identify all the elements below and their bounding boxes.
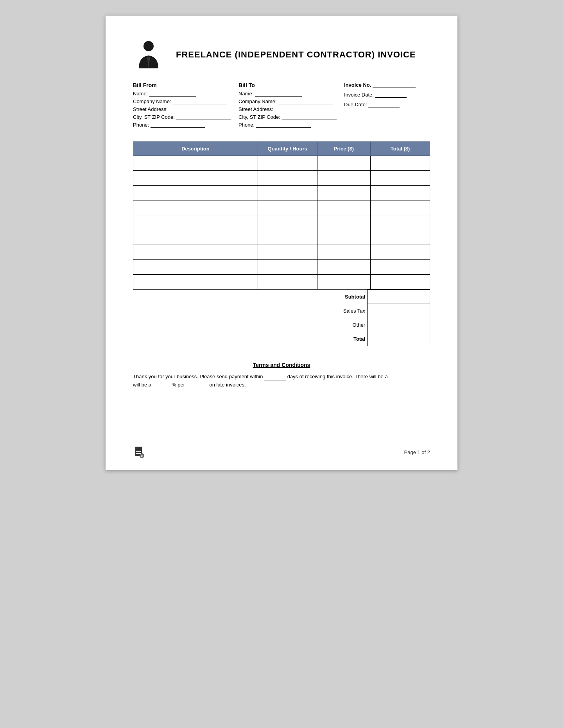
svg-point-0 bbox=[143, 41, 154, 51]
table-cell[interactable] bbox=[371, 186, 430, 200]
terms-per-field[interactable] bbox=[186, 384, 208, 389]
bill-to-city-field[interactable] bbox=[282, 114, 337, 120]
table-cell[interactable] bbox=[133, 186, 258, 200]
bill-from-company: Company Name: bbox=[133, 98, 238, 104]
bill-to-city-label: City, ST ZIP Code: bbox=[238, 114, 280, 120]
bill-from-company-field[interactable] bbox=[172, 99, 227, 104]
table-cell[interactable] bbox=[258, 215, 317, 230]
header-quantity: Quantity / Hours bbox=[258, 142, 317, 156]
totals-table: Subtotal Sales Tax Other Total bbox=[341, 290, 430, 346]
table-cell[interactable] bbox=[258, 245, 317, 260]
svg-text:e: e bbox=[141, 454, 143, 458]
bill-to-column: Bill To Name: Company Name: Street Addre… bbox=[238, 82, 344, 130]
table-cell[interactable] bbox=[133, 171, 258, 186]
table-cell[interactable] bbox=[258, 171, 317, 186]
other-value[interactable] bbox=[368, 318, 430, 332]
invoice-due-label: Due Date: bbox=[344, 102, 367, 107]
table-cell[interactable] bbox=[258, 260, 317, 275]
table-cell[interactable] bbox=[133, 230, 258, 245]
table-cell[interactable] bbox=[258, 230, 317, 245]
table-cell[interactable] bbox=[371, 215, 430, 230]
bill-from-address-field[interactable] bbox=[169, 107, 224, 112]
table-cell[interactable] bbox=[371, 156, 430, 171]
bill-to-phone: Phone: bbox=[238, 122, 344, 128]
bill-to-city: City, ST ZIP Code: bbox=[238, 114, 344, 120]
table-cell[interactable] bbox=[371, 230, 430, 245]
table-cell[interactable] bbox=[133, 200, 258, 215]
table-cell[interactable] bbox=[133, 275, 258, 290]
table-cell[interactable] bbox=[317, 230, 371, 245]
bill-from-company-label: Company Name: bbox=[133, 98, 171, 104]
table-cell[interactable] bbox=[317, 275, 371, 290]
terms-title: Terms and Conditions bbox=[133, 362, 430, 368]
bill-from-name-field[interactable] bbox=[149, 91, 196, 97]
other-label: Other bbox=[341, 318, 368, 332]
table-cell[interactable] bbox=[258, 275, 317, 290]
bill-from-city-field[interactable] bbox=[176, 114, 231, 120]
table-cell[interactable] bbox=[258, 200, 317, 215]
table-cell[interactable] bbox=[133, 245, 258, 260]
header-description: Description bbox=[133, 142, 258, 156]
table-cell[interactable] bbox=[258, 156, 317, 171]
footer: e Page 1 of 2 bbox=[133, 446, 430, 458]
bill-to-label: Bill To bbox=[238, 82, 344, 88]
bill-to-address: Street Address: bbox=[238, 106, 344, 112]
bill-from-address: Street Address: bbox=[133, 106, 238, 112]
svg-rect-3 bbox=[136, 453, 141, 454]
invoice-page: FREELANCE (INDEPENDENT CONTRACTOR) INVOI… bbox=[106, 16, 457, 470]
table-row bbox=[133, 186, 430, 200]
sales-tax-label: Sales Tax bbox=[341, 304, 368, 318]
invoice-date-field[interactable] bbox=[375, 92, 407, 98]
invoice-no-field[interactable] bbox=[373, 82, 416, 88]
bill-from-name-label: Name: bbox=[133, 91, 148, 97]
table-cell[interactable] bbox=[133, 156, 258, 171]
terms-text: Thank you for your business. Please send… bbox=[133, 373, 430, 389]
bill-to-company-field[interactable] bbox=[278, 99, 333, 104]
svg-rect-2 bbox=[136, 451, 141, 452]
other-row: Other bbox=[341, 318, 430, 332]
bill-from-column: Bill From Name: Company Name: Street Add… bbox=[133, 82, 238, 130]
invoice-due-field[interactable] bbox=[368, 102, 400, 107]
subtotal-value[interactable] bbox=[368, 290, 430, 304]
bill-from-city: City, ST ZIP Code: bbox=[133, 114, 238, 120]
total-row: Total bbox=[341, 332, 430, 346]
bill-to-phone-field[interactable] bbox=[256, 122, 311, 128]
terms-text-part3: % per bbox=[172, 382, 185, 388]
bill-from-address-label: Street Address: bbox=[133, 106, 168, 112]
table-cell[interactable] bbox=[317, 156, 371, 171]
table-cell[interactable] bbox=[371, 200, 430, 215]
bill-section: Bill From Name: Company Name: Street Add… bbox=[133, 82, 430, 130]
table-cell[interactable] bbox=[258, 186, 317, 200]
table-cell[interactable] bbox=[371, 260, 430, 275]
table-cell[interactable] bbox=[317, 245, 371, 260]
table-cell[interactable] bbox=[317, 215, 371, 230]
table-header-row: Description Quantity / Hours Price ($) T… bbox=[133, 142, 430, 156]
terms-text-part1: Thank you for your business. Please send… bbox=[133, 374, 263, 379]
table-cell[interactable] bbox=[317, 171, 371, 186]
bill-from-phone: Phone: bbox=[133, 122, 238, 128]
table-cell[interactable] bbox=[317, 260, 371, 275]
invoice-table: Description Quantity / Hours Price ($) T… bbox=[133, 141, 430, 290]
table-row bbox=[133, 275, 430, 290]
total-value[interactable] bbox=[368, 332, 430, 346]
bill-from-phone-field[interactable] bbox=[151, 122, 205, 128]
bill-to-name-field[interactable] bbox=[255, 91, 302, 97]
table-cell[interactable] bbox=[317, 186, 371, 200]
terms-section: Terms and Conditions Thank you for your … bbox=[133, 362, 430, 389]
table-cell[interactable] bbox=[371, 171, 430, 186]
bill-to-name: Name: bbox=[238, 91, 344, 97]
terms-percent-field[interactable] bbox=[153, 384, 170, 389]
bill-from-city-label: City, ST ZIP Code: bbox=[133, 114, 175, 120]
table-cell[interactable] bbox=[317, 200, 371, 215]
table-cell[interactable] bbox=[371, 275, 430, 290]
table-row bbox=[133, 215, 430, 230]
terms-days-field[interactable] bbox=[264, 376, 286, 381]
bill-from-name: Name: bbox=[133, 91, 238, 97]
sales-tax-value[interactable] bbox=[368, 304, 430, 318]
bill-to-address-field[interactable] bbox=[275, 107, 330, 112]
table-cell[interactable] bbox=[371, 245, 430, 260]
table-row bbox=[133, 260, 430, 275]
table-cell[interactable] bbox=[133, 260, 258, 275]
table-cell[interactable] bbox=[133, 215, 258, 230]
header-total: Total ($) bbox=[371, 142, 430, 156]
